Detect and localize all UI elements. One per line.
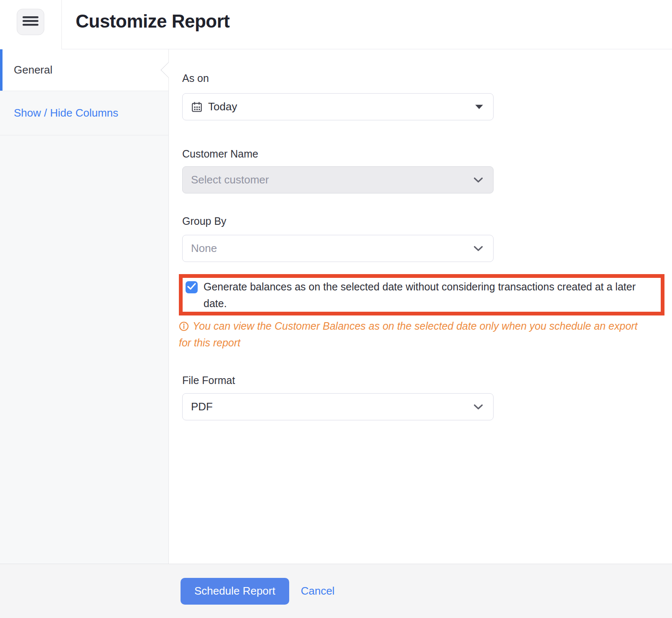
as-on-label: As on xyxy=(182,72,494,84)
file-format-label: File Format xyxy=(182,374,494,387)
header-title-area: Customize Report xyxy=(62,0,672,49)
caret-down-icon xyxy=(475,104,483,109)
generate-balances-label: Generate balances as on the selected dat… xyxy=(204,278,656,312)
customer-name-label: Customer Name xyxy=(182,148,494,160)
file-format-select[interactable]: PDF xyxy=(182,393,494,420)
chevron-down-icon xyxy=(473,246,483,252)
active-tab-accent-bar xyxy=(0,49,3,91)
schedule-report-button[interactable]: Schedule Report xyxy=(181,578,289,605)
info-note-text: You can view the Customer Balances as on… xyxy=(179,320,638,348)
info-note: You can view the Customer Balances as on… xyxy=(179,318,648,351)
customize-report-page: Customize Report General Show / Hide Col… xyxy=(0,0,672,618)
page-title: Customize Report xyxy=(76,11,229,32)
group-by-select[interactable]: None xyxy=(182,235,494,262)
info-icon xyxy=(179,321,189,331)
sidebar-item-label: Show / Hide Columns xyxy=(14,91,118,135)
as-on-value: Today xyxy=(208,100,237,113)
sidebar-item-show-hide-columns[interactable]: Show / Hide Columns xyxy=(0,91,168,135)
hamburger-icon xyxy=(23,16,38,28)
group-by-value: None xyxy=(191,242,217,255)
customer-name-placeholder: Select customer xyxy=(191,173,269,186)
sidebar-item-label: General xyxy=(14,49,53,91)
menu-button[interactable] xyxy=(17,9,44,35)
sidebar: General Show / Hide Columns xyxy=(0,49,169,564)
chevron-down-icon xyxy=(473,404,483,410)
cancel-button[interactable]: Cancel xyxy=(301,585,335,598)
group-by-label: Group By xyxy=(182,215,494,227)
customer-name-select[interactable]: Select customer xyxy=(182,166,494,193)
footer-action-bar: Schedule Report Cancel xyxy=(0,564,672,618)
generate-balances-checkbox[interactable] xyxy=(186,281,198,293)
chevron-down-icon xyxy=(473,177,483,183)
highlight-annotation-box: Generate balances as on the selected dat… xyxy=(179,274,664,315)
header-left-column xyxy=(0,0,62,49)
as-on-select[interactable]: Today xyxy=(182,93,494,120)
check-icon xyxy=(187,283,196,292)
main-content: As on Today xyxy=(169,49,672,564)
header: Customize Report xyxy=(0,0,672,49)
customize-report-form: As on Today xyxy=(182,49,494,420)
sidebar-item-general[interactable]: General xyxy=(0,49,168,91)
file-format-value: PDF xyxy=(191,400,213,413)
calendar-icon xyxy=(191,101,203,113)
